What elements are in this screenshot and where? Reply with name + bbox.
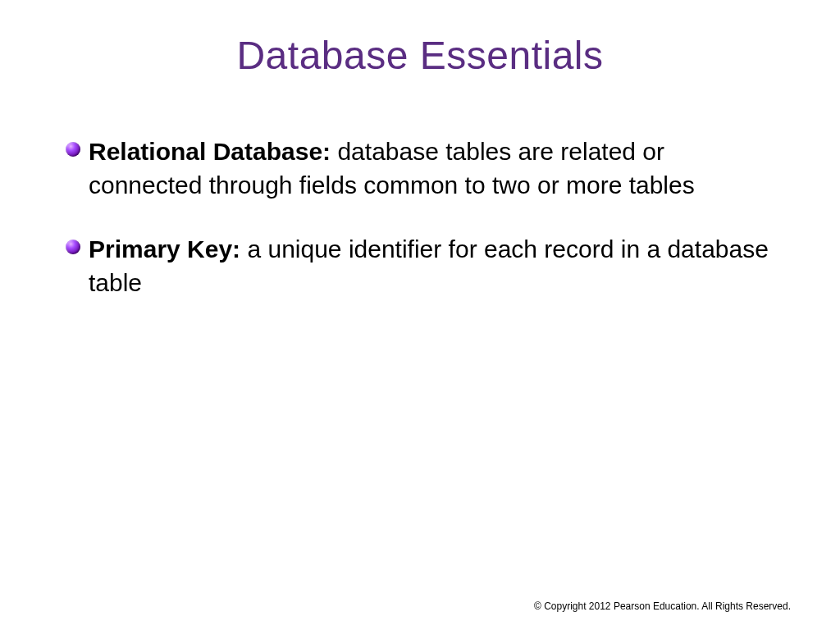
copyright-text: © Copyright 2012 Pearson Education. All … bbox=[534, 600, 791, 612]
slide-content: Relational Database: database tables are… bbox=[49, 135, 791, 299]
sphere-bullet-icon bbox=[66, 240, 80, 254]
bullet-item: Relational Database: database tables are… bbox=[66, 135, 774, 202]
sphere-bullet-icon bbox=[66, 142, 80, 157]
definition-term: Relational Database: bbox=[89, 138, 331, 165]
slide-title: Database Essentials bbox=[49, 33, 791, 78]
bullet-item: Primary Key: a unique identifier for eac… bbox=[66, 233, 774, 299]
bullet-text: Primary Key: a unique identifier for eac… bbox=[89, 233, 774, 299]
slide-container: Database Essentials Relational Database:… bbox=[0, 0, 840, 630]
bullet-text: Relational Database: database tables are… bbox=[89, 135, 774, 202]
definition-term: Primary Key: bbox=[89, 235, 240, 262]
